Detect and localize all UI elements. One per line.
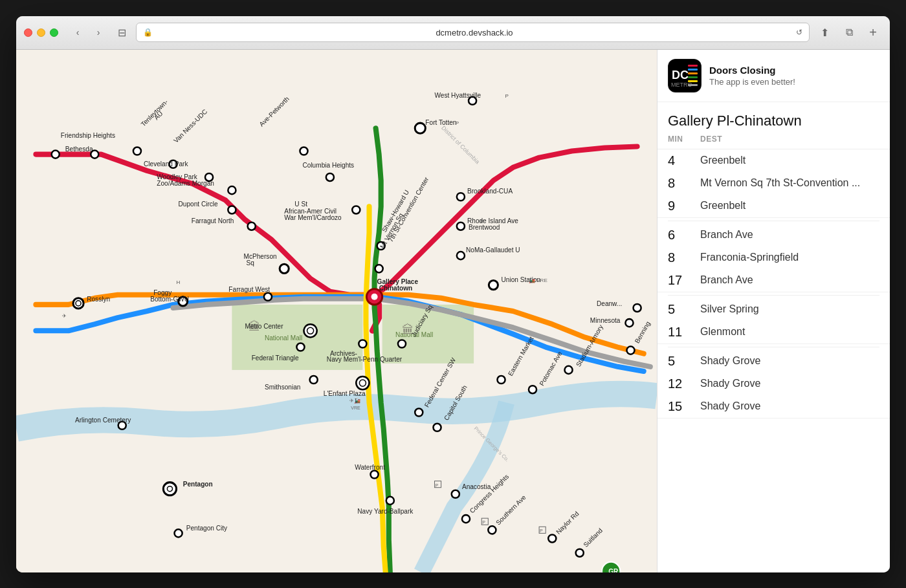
title-bar: ‹ › ⊟ 🔒 dcmetro.devshack.io ↺ ⬆ ⧉ + <box>16 16 890 50</box>
svg-text:GR: GR <box>608 568 619 572</box>
nav-buttons: ‹ › <box>69 23 107 41</box>
svg-point-44 <box>371 293 378 299</box>
sidebar-toggle-button[interactable]: ⊟ <box>113 23 131 41</box>
svg-rect-144 <box>688 76 698 78</box>
svg-text:Anacostia: Anacostia <box>462 483 491 490</box>
address-bar[interactable]: 🔒 dcmetro.devshack.io ↺ <box>136 23 810 42</box>
svg-point-11 <box>91 150 98 158</box>
svg-point-103 <box>457 252 465 259</box>
svg-text:Arlington Cemetery: Arlington Cemetery <box>75 416 131 423</box>
svg-text:Federal Triangle: Federal Triangle <box>252 354 299 361</box>
lock-icon: 🔒 <box>143 28 153 37</box>
svg-text:Bottom-GWU: Bottom-GWU <box>150 295 189 302</box>
content-area: National Mall National Mall 🏛 🏛 District… <box>16 50 890 572</box>
sidebar-panel: DC METRO Doors Closing The app is even b… <box>657 50 890 572</box>
app-promo-banner: DC METRO Doors Closing The app is even b… <box>657 50 890 102</box>
promo-title: Doors Closing <box>709 65 879 76</box>
train-dest: Glenmont <box>700 326 879 338</box>
train-group-red-west: 5 Shady Grove 12 Shady Grove 15 Shady Gr… <box>657 350 890 419</box>
svg-text:DC: DC <box>672 69 689 82</box>
train-row: 17 Branch Ave <box>657 269 890 292</box>
svg-text:🚂 VRE: 🚂 VRE <box>529 276 547 283</box>
close-button[interactable] <box>24 28 32 37</box>
svg-point-74 <box>462 515 470 523</box>
svg-point-53 <box>359 340 366 347</box>
svg-point-31 <box>375 265 383 272</box>
svg-rect-143 <box>688 72 698 74</box>
svg-text:Dupont Circle: Dupont Circle <box>179 201 219 208</box>
svg-text:H: H <box>177 279 181 285</box>
svg-point-111 <box>415 123 425 133</box>
train-min: 6 <box>668 228 700 243</box>
svg-text:P: P <box>482 520 485 525</box>
svg-point-36 <box>248 222 256 230</box>
train-row: 8 Franconia-Springfield <box>657 246 890 269</box>
svg-point-70 <box>452 490 459 497</box>
new-tab-button[interactable]: + <box>864 23 882 41</box>
train-min: 5 <box>668 302 700 317</box>
forward-button[interactable]: › <box>89 23 107 41</box>
svg-text:West Hyattsville: West Hyattsville <box>435 91 481 98</box>
svg-text:L'Enfant Plaza: L'Enfant Plaza <box>324 390 366 397</box>
svg-text:NoMa-Gallaudet U: NoMa-Gallaudet U <box>466 246 520 254</box>
svg-text:Farragut North: Farragut North <box>192 217 234 224</box>
svg-text:P: P <box>505 93 509 98</box>
svg-point-94 <box>626 346 634 354</box>
svg-point-25 <box>352 206 360 213</box>
maximize-button[interactable] <box>50 28 58 37</box>
group-divider <box>668 295 879 296</box>
svg-point-23 <box>326 173 334 180</box>
svg-text:✈🚂: ✈🚂 <box>349 397 361 404</box>
traffic-lights <box>24 28 58 37</box>
svg-point-51 <box>310 375 318 383</box>
app-icon: DC METRO <box>668 59 702 93</box>
share-button[interactable]: ⬆ <box>815 23 834 41</box>
svg-point-82 <box>488 526 496 534</box>
duplicate-button[interactable]: ⧉ <box>839 23 859 41</box>
svg-point-119 <box>73 298 83 308</box>
train-dest: Shady Grove <box>700 355 879 367</box>
toolbar-right: ⬆ ⧉ + <box>815 23 882 41</box>
svg-text:Cleveland Park: Cleveland Park <box>144 160 188 167</box>
col-header-min: MIN <box>668 135 700 144</box>
minimize-button[interactable] <box>37 28 45 37</box>
svg-point-34 <box>228 206 236 213</box>
svg-point-56 <box>398 340 406 347</box>
svg-point-96 <box>625 319 633 327</box>
svg-text:Brentwood: Brentwood <box>469 223 500 230</box>
svg-text:Minnesota: Minnesota <box>590 317 621 324</box>
train-dest: Shady Grove <box>700 378 879 389</box>
svg-point-66 <box>371 470 379 478</box>
svg-text:P: P <box>540 528 543 533</box>
train-dest: Greenbelt <box>700 200 879 212</box>
svg-text:Bethesda: Bethesda <box>65 145 93 152</box>
svg-point-100 <box>489 280 498 289</box>
svg-point-105 <box>457 222 465 230</box>
train-min: 9 <box>668 199 700 213</box>
svg-text:Pentagon: Pentagon <box>183 480 213 487</box>
train-dest: Franconia-Springfield <box>700 252 879 263</box>
svg-text:Pentagon City: Pentagon City <box>186 525 228 532</box>
svg-point-136 <box>356 376 369 389</box>
svg-point-76 <box>548 534 556 542</box>
reload-button[interactable]: ↺ <box>796 28 802 37</box>
svg-point-64 <box>433 423 441 431</box>
svg-text:Metro Center: Metro Center <box>245 323 284 330</box>
group-divider <box>668 347 879 347</box>
svg-rect-146 <box>688 84 698 86</box>
svg-text:Navy Yard-Ballpark: Navy Yard-Ballpark <box>357 508 414 515</box>
svg-text:Deanw...: Deanw... <box>597 299 622 307</box>
train-group-red-east: 5 Silver Spring 11 Glenmont <box>657 298 890 344</box>
svg-text:Brookland-CUA: Brookland-CUA <box>467 188 513 195</box>
column-headers: MIN DEST <box>668 135 879 144</box>
train-min: 12 <box>668 376 700 391</box>
back-button[interactable]: ‹ <box>69 23 87 41</box>
svg-text:Chinatown: Chinatown <box>379 284 413 291</box>
train-dest: Silver Spring <box>700 303 879 315</box>
station-header: Gallery Pl-Chinatown MIN DEST <box>657 102 890 149</box>
svg-text:VRE: VRE <box>351 405 360 409</box>
station-name: Gallery Pl-Chinatown <box>668 113 879 129</box>
train-dest: Greenbelt <box>700 155 879 166</box>
svg-text:Waterfront: Waterfront <box>355 464 385 471</box>
map-container[interactable]: National Mall National Mall 🏛 🏛 District… <box>16 50 657 572</box>
